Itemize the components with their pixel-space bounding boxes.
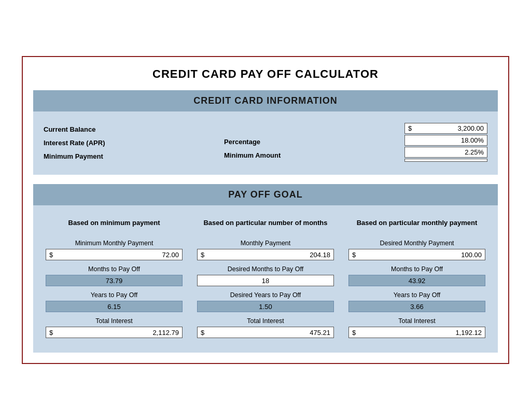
- min-payment-pct-box[interactable]: 2.25%: [404, 147, 487, 158]
- col2-field4-label: Total Interest: [247, 317, 284, 325]
- col1-min-monthly-value: 72.00: [56, 251, 179, 259]
- col1-total-interest-box: $ 2,112.79: [46, 327, 183, 338]
- label-interest-rate: Interest Rate (APR): [44, 136, 224, 150]
- col3-months-result: 43.92: [348, 275, 485, 286]
- calculator-container: CREDIT CARD PAY OFF CALCULATOR CREDIT CA…: [22, 56, 509, 364]
- min-payment-pct-value: 2.25%: [408, 148, 484, 156]
- col3-field3-label: Years to Pay Off: [394, 291, 440, 299]
- label-minimum-amount: Minimum Amount: [224, 149, 404, 162]
- info-labels: Current Balance Interest Rate (APR) Mini…: [44, 121, 224, 163]
- col-particular-months: Based on particular number of months Mon…: [190, 205, 341, 343]
- balance-value-box[interactable]: $ 3,200.00: [404, 123, 487, 134]
- interest-rate-value: 18.00%: [408, 136, 484, 144]
- col3-dollar4: $: [352, 329, 356, 337]
- col2-field3-label: Desired Years to Pay Off: [230, 291, 301, 299]
- min-payment-amt-box[interactable]: [404, 159, 487, 162]
- info-row: Current Balance Interest Rate (APR) Mini…: [44, 121, 487, 163]
- interest-rate-value-box[interactable]: 18.00%: [404, 135, 487, 146]
- col2-months-result[interactable]: 18: [197, 275, 334, 286]
- col3-years-result: 3.66: [348, 301, 485, 312]
- col2-field1-label: Monthly Payment: [241, 240, 291, 247]
- col1-field3-label: Years to Pay Off: [91, 291, 137, 299]
- balance-dollar: $: [408, 124, 412, 132]
- balance-value: 3,200.00: [415, 124, 484, 132]
- col3-field1-label: Desired Monthly Payment: [380, 240, 454, 247]
- col-particular-payment: Based on particular monthly payment Desi…: [341, 205, 493, 343]
- col1-dollar1: $: [49, 251, 53, 259]
- col2-header: Based on particular number of months: [203, 211, 327, 234]
- label-current-balance: Current Balance: [44, 123, 224, 136]
- credit-card-info: Current Balance Interest Rate (APR) Mini…: [33, 111, 498, 175]
- info-mid: Percentage Minimum Amount: [224, 121, 404, 162]
- col1-dollar4: $: [49, 329, 53, 337]
- col1-years-result: 6.15: [46, 301, 183, 312]
- col3-desired-monthly-value: 100.00: [359, 251, 482, 259]
- col3-dollar1: $: [352, 251, 356, 259]
- col2-total-interest-box: $ 475.21: [197, 327, 334, 338]
- payoff-section-header: PAY OFF GOAL: [33, 184, 498, 205]
- col1-field4-label: Total Interest: [95, 317, 133, 325]
- label-percentage: Percentage: [224, 135, 404, 149]
- col2-years-result: 1.50: [197, 301, 334, 312]
- info-values: $ 3,200.00 18.00% 2.25%: [404, 121, 487, 162]
- col1-months-result: 73.79: [46, 275, 183, 286]
- col1-field2-label: Months to Pay Off: [88, 265, 140, 273]
- col3-header: Based on particular monthly payment: [357, 211, 478, 234]
- label-minimum-payment: Minimum Payment: [44, 150, 224, 163]
- col1-field1-label: Minimum Monthly Payment: [75, 240, 153, 247]
- payoff-section: PAY OFF GOAL Based on minimum payment Mi…: [33, 184, 498, 353]
- col3-field4-label: Total Interest: [398, 317, 436, 325]
- col2-dollar1: $: [201, 251, 204, 259]
- col3-total-interest-box: $ 1,192.12: [348, 327, 485, 338]
- col1-total-interest-value: 2,112.79: [56, 329, 179, 337]
- payoff-grid: Based on minimum payment Minimum Monthly…: [33, 205, 498, 343]
- col2-total-interest-value: 475.21: [207, 329, 330, 337]
- col2-dollar4: $: [201, 329, 204, 337]
- col-minimum-payment: Based on minimum payment Minimum Monthly…: [38, 205, 190, 343]
- col1-min-monthly-payment-box[interactable]: $ 72.00: [46, 249, 183, 260]
- col2-monthly-value: 204.18: [207, 251, 330, 259]
- page-title: CREDIT CARD PAY OFF CALCULATOR: [33, 67, 498, 81]
- col1-header: Based on minimum payment: [68, 211, 160, 234]
- col2-monthly-payment-box[interactable]: $ 204.18: [197, 249, 334, 260]
- col3-field2-label: Months to Pay Off: [391, 265, 443, 273]
- col3-total-interest-value: 1,192.12: [359, 329, 482, 337]
- col3-desired-monthly-box[interactable]: $ 100.00: [348, 249, 485, 260]
- credit-card-section-header: CREDIT CARD INFORMATION: [33, 90, 498, 111]
- col2-field2-label: Desired Months to Pay Off: [228, 265, 303, 273]
